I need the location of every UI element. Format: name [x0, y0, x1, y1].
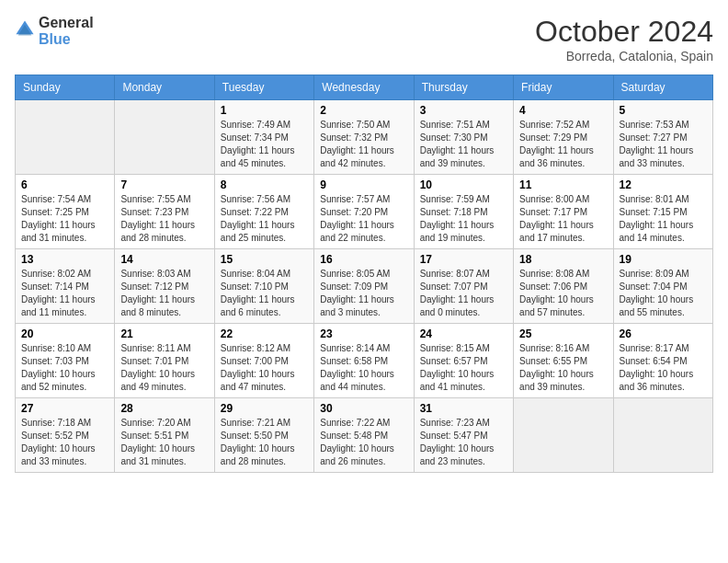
day-info: Sunrise: 7:23 AMSunset: 5:47 PMDaylight:… — [420, 417, 507, 468]
day-number: 7 — [120, 178, 208, 191]
day-number: 26 — [620, 327, 707, 340]
calendar-cell: 4Sunrise: 7:52 AMSunset: 7:29 PMDaylight… — [514, 100, 613, 175]
day-number: 12 — [620, 178, 707, 191]
logo-icon — [15, 19, 35, 43]
calendar-cell — [16, 100, 115, 175]
day-number: 8 — [221, 178, 308, 191]
calendar-cell: 12Sunrise: 8:01 AMSunset: 7:15 PMDayligh… — [613, 175, 712, 249]
header-monday: Monday — [115, 75, 214, 100]
logo-blue: Blue — [39, 31, 94, 48]
day-info: Sunrise: 7:51 AMSunset: 7:30 PMDaylight:… — [420, 119, 507, 170]
day-number: 23 — [320, 327, 407, 340]
location-title: Borreda, Catalonia, Spain — [535, 49, 713, 63]
week-row-5: 27Sunrise: 7:18 AMSunset: 5:52 PMDayligh… — [16, 398, 713, 473]
day-info: Sunrise: 8:14 AMSunset: 6:58 PMDaylight:… — [320, 342, 407, 394]
calendar-cell: 18Sunrise: 8:08 AMSunset: 7:06 PMDayligh… — [514, 249, 613, 324]
week-row-2: 6Sunrise: 7:54 AMSunset: 7:25 PMDaylight… — [16, 175, 713, 249]
day-number: 17 — [420, 253, 507, 266]
day-number: 16 — [320, 253, 407, 266]
calendar-cell: 23Sunrise: 8:14 AMSunset: 6:58 PMDayligh… — [314, 324, 414, 398]
calendar-cell: 11Sunrise: 8:00 AMSunset: 7:17 PMDayligh… — [514, 175, 613, 249]
day-info: Sunrise: 8:08 AMSunset: 7:06 PMDaylight:… — [519, 268, 607, 319]
day-info: Sunrise: 8:15 AMSunset: 6:57 PMDaylight:… — [420, 342, 507, 394]
calendar-cell: 31Sunrise: 7:23 AMSunset: 5:47 PMDayligh… — [414, 398, 513, 473]
month-title: October 2024 — [535, 15, 713, 49]
day-number: 4 — [519, 104, 607, 117]
day-info: Sunrise: 8:00 AMSunset: 7:17 PMDaylight:… — [519, 193, 607, 245]
calendar-cell: 16Sunrise: 8:05 AMSunset: 7:09 PMDayligh… — [314, 249, 414, 324]
calendar-cell — [613, 398, 712, 473]
calendar-cell: 2Sunrise: 7:50 AMSunset: 7:32 PMDaylight… — [314, 100, 414, 175]
day-number: 9 — [320, 178, 407, 191]
day-number: 11 — [519, 178, 607, 191]
day-info: Sunrise: 7:54 AMSunset: 7:25 PMDaylight:… — [21, 193, 108, 245]
day-number: 10 — [420, 178, 507, 191]
calendar-cell: 28Sunrise: 7:20 AMSunset: 5:51 PMDayligh… — [115, 398, 214, 473]
day-number: 27 — [21, 402, 108, 415]
day-info: Sunrise: 7:22 AMSunset: 5:48 PMDaylight:… — [320, 417, 407, 468]
day-info: Sunrise: 7:55 AMSunset: 7:23 PMDaylight:… — [120, 193, 208, 245]
calendar-cell: 6Sunrise: 7:54 AMSunset: 7:25 PMDaylight… — [16, 175, 115, 249]
logo: General Blue — [15, 15, 94, 47]
day-info: Sunrise: 7:21 AMSunset: 5:50 PMDaylight:… — [221, 417, 308, 468]
day-number: 30 — [320, 402, 407, 415]
calendar-cell: 3Sunrise: 7:51 AMSunset: 7:30 PMDaylight… — [414, 100, 513, 175]
day-info: Sunrise: 8:09 AMSunset: 7:04 PMDaylight:… — [620, 268, 707, 319]
calendar-cell: 19Sunrise: 8:09 AMSunset: 7:04 PMDayligh… — [613, 249, 712, 324]
calendar-cell: 30Sunrise: 7:22 AMSunset: 5:48 PMDayligh… — [314, 398, 414, 473]
day-number: 6 — [21, 178, 108, 191]
calendar-cell: 21Sunrise: 8:11 AMSunset: 7:01 PMDayligh… — [115, 324, 214, 398]
calendar-cell — [514, 398, 613, 473]
day-number: 15 — [221, 253, 308, 266]
header: General Blue October 2024 Borreda, Catal… — [15, 15, 713, 63]
calendar-cell: 27Sunrise: 7:18 AMSunset: 5:52 PMDayligh… — [16, 398, 115, 473]
day-number: 25 — [519, 327, 607, 340]
calendar-cell: 24Sunrise: 8:15 AMSunset: 6:57 PMDayligh… — [414, 324, 513, 398]
calendar-cell: 17Sunrise: 8:07 AMSunset: 7:07 PMDayligh… — [414, 249, 513, 324]
day-info: Sunrise: 7:59 AMSunset: 7:18 PMDaylight:… — [420, 193, 507, 245]
logo-text: General Blue — [39, 15, 94, 47]
calendar-table: SundayMondayTuesdayWednesdayThursdayFrid… — [15, 75, 713, 473]
day-info: Sunrise: 8:16 AMSunset: 6:55 PMDaylight:… — [519, 342, 607, 394]
day-info: Sunrise: 8:10 AMSunset: 7:03 PMDaylight:… — [21, 342, 108, 394]
day-info: Sunrise: 7:52 AMSunset: 7:29 PMDaylight:… — [519, 119, 607, 170]
day-number: 19 — [620, 253, 707, 266]
calendar-cell: 14Sunrise: 8:03 AMSunset: 7:12 PMDayligh… — [115, 249, 214, 324]
calendar-header-row: SundayMondayTuesdayWednesdayThursdayFrid… — [16, 75, 713, 100]
day-info: Sunrise: 7:53 AMSunset: 7:27 PMDaylight:… — [620, 119, 707, 170]
day-number: 21 — [120, 327, 208, 340]
calendar-cell: 29Sunrise: 7:21 AMSunset: 5:50 PMDayligh… — [214, 398, 313, 473]
week-row-3: 13Sunrise: 8:02 AMSunset: 7:14 PMDayligh… — [16, 249, 713, 324]
day-info: Sunrise: 7:18 AMSunset: 5:52 PMDaylight:… — [21, 417, 108, 468]
day-info: Sunrise: 7:49 AMSunset: 7:34 PMDaylight:… — [221, 119, 308, 170]
calendar-cell: 13Sunrise: 8:02 AMSunset: 7:14 PMDayligh… — [16, 249, 115, 324]
day-number: 31 — [420, 402, 507, 415]
calendar-cell — [115, 100, 214, 175]
day-number: 14 — [120, 253, 208, 266]
day-number: 2 — [320, 104, 407, 117]
day-info: Sunrise: 8:04 AMSunset: 7:10 PMDaylight:… — [221, 268, 308, 319]
day-number: 28 — [120, 402, 208, 415]
calendar-cell: 7Sunrise: 7:55 AMSunset: 7:23 PMDaylight… — [115, 175, 214, 249]
header-tuesday: Tuesday — [214, 75, 313, 100]
day-info: Sunrise: 8:05 AMSunset: 7:09 PMDaylight:… — [320, 268, 407, 319]
calendar-cell: 26Sunrise: 8:17 AMSunset: 6:54 PMDayligh… — [613, 324, 712, 398]
day-number: 1 — [221, 104, 308, 117]
day-number: 3 — [420, 104, 507, 117]
calendar-cell: 10Sunrise: 7:59 AMSunset: 7:18 PMDayligh… — [414, 175, 513, 249]
day-info: Sunrise: 8:02 AMSunset: 7:14 PMDaylight:… — [21, 268, 108, 319]
day-number: 18 — [519, 253, 607, 266]
day-number: 20 — [21, 327, 108, 340]
day-number: 22 — [221, 327, 308, 340]
calendar-cell: 5Sunrise: 7:53 AMSunset: 7:27 PMDaylight… — [613, 100, 712, 175]
header-saturday: Saturday — [613, 75, 712, 100]
day-info: Sunrise: 8:07 AMSunset: 7:07 PMDaylight:… — [420, 268, 507, 319]
day-info: Sunrise: 8:12 AMSunset: 7:00 PMDaylight:… — [221, 342, 308, 394]
calendar-cell: 20Sunrise: 8:10 AMSunset: 7:03 PMDayligh… — [16, 324, 115, 398]
title-area: October 2024 Borreda, Catalonia, Spain — [535, 15, 713, 63]
day-info: Sunrise: 7:56 AMSunset: 7:22 PMDaylight:… — [221, 193, 308, 245]
week-row-1: 1Sunrise: 7:49 AMSunset: 7:34 PMDaylight… — [16, 100, 713, 175]
day-info: Sunrise: 8:01 AMSunset: 7:15 PMDaylight:… — [620, 193, 707, 245]
day-number: 29 — [221, 402, 308, 415]
day-number: 13 — [21, 253, 108, 266]
